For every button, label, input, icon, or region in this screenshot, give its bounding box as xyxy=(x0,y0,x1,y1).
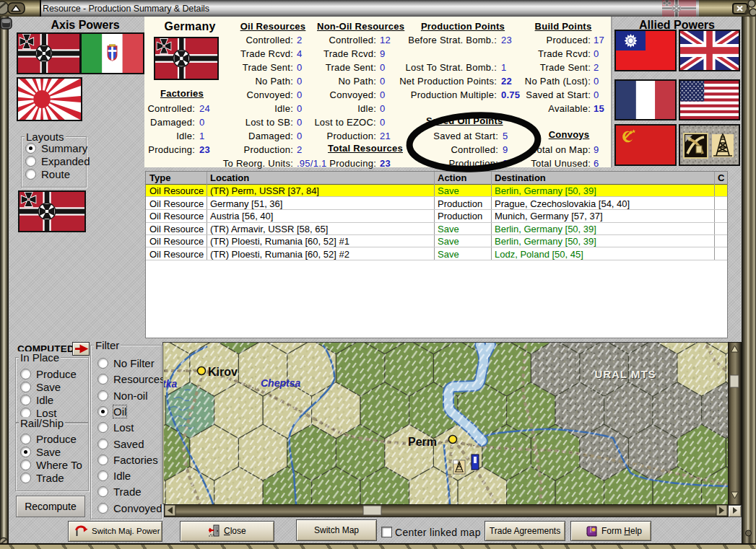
svg-text:URAL MTS: URAL MTS xyxy=(594,368,656,380)
svg-text:Kirov: Kirov xyxy=(208,366,238,378)
svg-text:tka: tka xyxy=(164,378,177,390)
svg-text:Perm: Perm xyxy=(408,436,437,448)
svg-text:Cheptsa: Cheptsa xyxy=(261,377,300,389)
